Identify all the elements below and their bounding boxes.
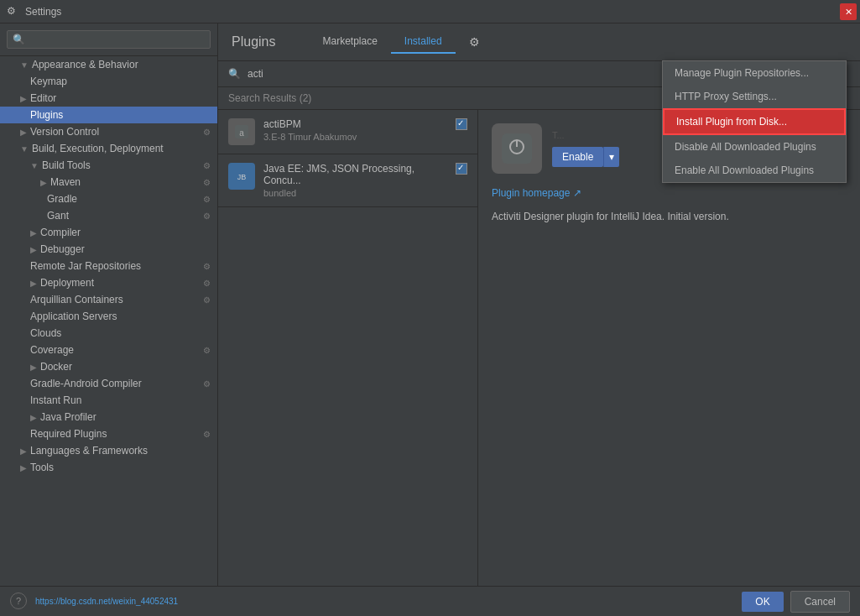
sidebar-item-label: Debugger: [40, 243, 85, 255]
sidebar-item-label: Remote Jar Repositories: [30, 260, 141, 272]
sidebar-item-app-servers[interactable]: Application Servers: [0, 308, 217, 325]
arrow-icon: ▼: [20, 60, 29, 70]
sidebar-item-appearance[interactable]: ▼ Appearance & Behavior: [0, 56, 217, 73]
plugin-icon-actibpm: a: [228, 118, 255, 145]
sidebar-search-box: [0, 23, 217, 56]
arrow-icon: ▶: [20, 128, 27, 137]
sidebar-item-gant[interactable]: Gant ⚙: [0, 207, 217, 224]
window-title: Settings: [25, 6, 61, 18]
sidebar-item-label: Application Servers: [30, 311, 117, 322]
main-container: ▼ Appearance & Behavior Keymap ▶ Editor …: [0, 23, 860, 586]
plugin-item-actibpm[interactable]: a actiBPM 3.E-8 Timur Abakumov: [218, 110, 477, 154]
sidebar-item-coverage[interactable]: Coverage ⚙: [0, 342, 217, 358]
settings-icon: ⚙: [203, 195, 211, 204]
plugin-checkbox-javaee[interactable]: [456, 163, 467, 175]
plugin-description: Activiti Designer plugin for IntelliJ Id…: [492, 209, 847, 224]
plugin-info-actibpm: actiBPM 3.E-8 Timur Abakumov: [263, 118, 447, 142]
dropdown-install-disk[interactable]: Install Plugin from Disk...: [663, 108, 846, 135]
tab-marketplace[interactable]: Marketplace: [309, 30, 390, 54]
cancel-button[interactable]: Cancel: [790, 591, 850, 613]
sidebar-item-label: Build, Execution, Deployment: [32, 143, 164, 154]
sidebar-item-label: Docker: [40, 361, 72, 373]
sidebar-item-remote-jar[interactable]: Remote Jar Repositories ⚙: [0, 258, 217, 274]
sidebar-item-gradle-android[interactable]: Gradle-Android Compiler ⚙: [0, 375, 217, 392]
tab-installed[interactable]: Installed: [391, 30, 456, 54]
sidebar-item-compiler[interactable]: ▶ Compiler: [0, 224, 217, 241]
arrow-icon: ▶: [30, 279, 37, 288]
sidebar-item-label: Required Plugins: [30, 428, 107, 440]
settings-icon: ⚙: [203, 161, 211, 170]
sidebar-item-label: Tools: [30, 462, 54, 473]
sidebar-item-build-execution[interactable]: ▼ Build, Execution, Deployment: [0, 140, 217, 157]
plugins-title: Plugins: [232, 34, 275, 50]
gear-button[interactable]: ⚙: [462, 32, 487, 52]
sidebar-item-label: Clouds: [30, 327, 61, 339]
sidebar-item-languages[interactable]: ▶ Languages & Frameworks: [0, 442, 217, 459]
sidebar-item-label: Appearance & Behavior: [32, 59, 138, 70]
plugin-name: Java EE: JMS, JSON Processing, Concu...: [263, 163, 447, 186]
plugin-checkbox-actibpm[interactable]: [456, 118, 467, 130]
sidebar-item-java-profiler[interactable]: ▶ Java Profiler: [0, 409, 217, 425]
settings-icon: ⚙: [203, 379, 211, 389]
sidebar-item-label: Instant Run: [30, 394, 81, 406]
ok-button[interactable]: OK: [742, 592, 783, 612]
settings-icon: ⚙: [203, 128, 211, 137]
sidebar-item-arquillian[interactable]: Arquillian Containers ⚙: [0, 291, 217, 308]
dropdown-enable-all[interactable]: Enable All Downloaded Plugins: [663, 159, 846, 182]
sidebar-search-input[interactable]: [7, 30, 211, 49]
content-area: Plugins Marketplace Installed ⚙ Manage P…: [218, 23, 860, 586]
sidebar-item-label: Build Tools: [42, 159, 91, 171]
sidebar-item-label: Gradle-Android Compiler: [30, 378, 142, 389]
dropdown-disable-all[interactable]: Disable All Downloaded Plugins: [663, 135, 846, 159]
help-button[interactable]: ?: [10, 593, 27, 609]
plugin-info-javaee: Java EE: JMS, JSON Processing, Concu... …: [263, 163, 447, 198]
sidebar-item-label: Compiler: [40, 227, 81, 238]
sidebar-item-label: Gradle: [47, 193, 77, 205]
dropdown-menu: Manage Plugin Repositories... HTTP Proxy…: [662, 60, 847, 183]
plugin-item-javaee[interactable]: JB Java EE: JMS, JSON Processing, Concu.…: [218, 154, 477, 207]
sidebar-item-deployment[interactable]: ▶ Deployment ⚙: [0, 274, 217, 291]
sidebar-item-editor[interactable]: ▶ Editor: [0, 90, 217, 107]
sidebar-item-label: Deployment: [40, 277, 94, 289]
sidebar-item-maven[interactable]: ▶ Maven ⚙: [0, 174, 217, 191]
settings-icon: ⚙: [203, 262, 211, 271]
sidebar-item-keymap[interactable]: Keymap: [0, 73, 217, 90]
plugin-list: a actiBPM 3.E-8 Timur Abakumov JB: [218, 110, 478, 586]
sidebar-item-label: Java Profiler: [40, 411, 96, 423]
sidebar-item-docker[interactable]: ▶ Docker: [0, 358, 217, 375]
arrow-icon: ▶: [30, 413, 37, 422]
arrow-icon: ▶: [20, 463, 27, 472]
sidebar-item-version-control[interactable]: ▶ Version Control ⚙: [0, 123, 217, 140]
sidebar-item-required-plugins[interactable]: Required Plugins ⚙: [0, 425, 217, 442]
svg-text:JB: JB: [237, 173, 247, 181]
sidebar-item-build-tools[interactable]: ▼ Build Tools ⚙: [0, 157, 217, 174]
sidebar-item-label: Arquillian Containers: [30, 294, 123, 305]
plugin-homepage-link[interactable]: Plugin homepage ↗: [492, 187, 847, 199]
sidebar-item-debugger[interactable]: ▶ Debugger: [0, 241, 217, 258]
enable-button[interactable]: Enable: [552, 147, 603, 167]
plugins-header: Plugins Marketplace Installed ⚙ Manage P…: [218, 23, 860, 61]
sidebar-item-plugins[interactable]: Plugins: [0, 107, 217, 123]
svg-rect-3: [502, 133, 532, 164]
dropdown-http-proxy[interactable]: HTTP Proxy Settings...: [663, 85, 846, 108]
plugin-meta: 3.E-8 Timur Abakumov: [263, 132, 447, 142]
tab-bar: Marketplace Installed: [309, 30, 455, 54]
plugin-detail-text: T... Enable ▾: [552, 130, 619, 167]
sidebar-item-label: Keymap: [30, 76, 67, 87]
sidebar-item-tools[interactable]: ▶ Tools: [0, 459, 217, 476]
dropdown-manage-repos[interactable]: Manage Plugin Repositories...: [663, 61, 846, 85]
settings-icon: ⚙: [203, 295, 211, 305]
sidebar-item-clouds[interactable]: Clouds: [0, 325, 217, 342]
arrow-icon: ▶: [20, 94, 27, 103]
bottom-bar: ? https://blog.csdn.net/weixin_44052431 …: [0, 586, 860, 616]
arrow-icon: ▶: [20, 446, 27, 456]
arrow-icon: ▶: [30, 363, 37, 372]
sidebar-item-instant-run[interactable]: Instant Run: [0, 392, 217, 409]
settings-icon: ⚙: [203, 430, 211, 439]
close-button[interactable]: ✕: [840, 3, 857, 20]
enable-dropdown-arrow[interactable]: ▾: [603, 147, 619, 167]
sidebar-item-label: Maven: [50, 176, 81, 188]
sidebar-item-gradle[interactable]: Gradle ⚙: [0, 191, 217, 207]
arrow-icon: ▼: [20, 144, 29, 154]
plugin-name: actiBPM: [263, 118, 447, 130]
